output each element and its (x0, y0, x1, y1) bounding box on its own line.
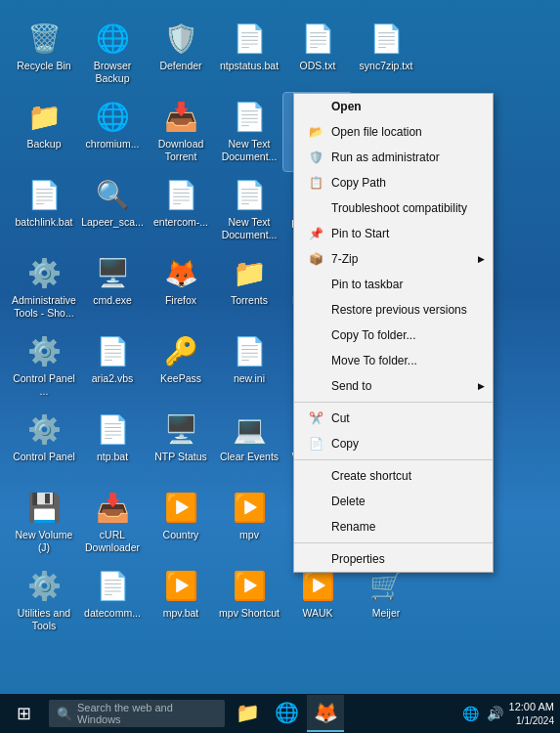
start-button[interactable]: ⊞ (0, 694, 47, 733)
cm-item-cut[interactable]: ✂️Cut (294, 406, 493, 431)
icon-label-new-volume: New Volume (J) (12, 529, 76, 553)
icon-label-download-torrent: Download Torrent (149, 138, 213, 162)
desktop-icon-ntp-bat[interactable]: 📄 ntp.bat (78, 406, 147, 484)
icon-label-utilities: Utilities and Tools (12, 607, 76, 631)
icon-label-sync7zip: sync7zip.txt (360, 60, 413, 72)
desktop-icon-sync7zip[interactable]: 📄 sync7zip.txt (352, 15, 420, 93)
icon-label-ntpstatus: ntpstatus.bat (220, 60, 279, 72)
taskbar-search[interactable]: 🔍 Search the web and Windows (49, 700, 225, 727)
cm-label-pin-to-start: Pin to Start (331, 227, 389, 240)
desktop-icon-torrents[interactable]: 📁 Torrents (215, 249, 283, 327)
cm-item-copy-path[interactable]: 📋Copy Path (294, 170, 493, 195)
cm-icon-open-file-location: 📂 (306, 124, 325, 140)
cm-item-open-file-location[interactable]: 📂Open file location (294, 119, 493, 145)
cm-item-properties[interactable]: Properties (294, 546, 493, 572)
desktop-icon-control-panel2[interactable]: ⚙️ Control Panel (10, 406, 78, 484)
icon-image-download-torrent: 📥 (161, 97, 200, 136)
desktop-icon-aria2[interactable]: 📄 aria2.vbs (78, 327, 147, 406)
cm-item-move-to[interactable]: Move To folder... (294, 348, 493, 373)
desktop-icon-entercom[interactable]: 📄 entercom-... (147, 171, 215, 249)
cm-item-copy[interactable]: 📄Copy (294, 431, 493, 456)
desktop-icon-new-text-doc1[interactable]: 📄 New Text Document... (215, 93, 283, 171)
icon-label-backup: Backup (26, 138, 61, 151)
cm-item-troubleshoot[interactable]: Troubleshoot compatibility (294, 195, 493, 221)
desktop-icon-new-volume[interactable]: 💾 New Volume (J) (10, 484, 78, 562)
icon-label-keepass: KeePass (160, 372, 201, 385)
desktop-icon-clear-events[interactable]: 💻 Clear Events (215, 406, 283, 484)
clock[interactable]: 12:00 AM 1/1/2024 (509, 700, 554, 726)
desktop-icon-lapeer[interactable]: 🔍 Lapeer_sca... (78, 171, 147, 249)
cm-item-run-as-admin[interactable]: 🛡️Run as administrator (294, 145, 493, 170)
icon-image-clear-events: 💻 (230, 410, 269, 449)
desktop-icon-ntpstatus[interactable]: 📄 ntpstatus.bat (215, 15, 283, 93)
cm-label-open-file-location: Open file location (331, 125, 422, 139)
icon-image-ntp-bat: 📄 (93, 410, 132, 449)
desktop-icon-mpv[interactable]: ▶️ mpv (215, 484, 283, 562)
network-icon[interactable]: 🌐 (460, 704, 481, 723)
desktop-icon-ods[interactable]: 📄 ODS.txt (283, 15, 352, 93)
desktop-icon-defender[interactable]: 🛡️ Defender (147, 15, 215, 93)
icon-image-mpv-shortcut: ▶️ (230, 566, 269, 605)
icon-image-batchlink: 📄 (24, 175, 64, 214)
cm-item-7zip[interactable]: 📦7-Zip (294, 246, 493, 272)
cm-item-rename[interactable]: Rename (294, 514, 493, 539)
icon-label-ntp-bat: ntp.bat (97, 451, 128, 463)
desktop-icon-download-torrent[interactable]: 📥 Download Torrent (147, 93, 215, 171)
desktop-icon-ntp-status[interactable]: 🖥️ NTP Status (147, 406, 215, 484)
cm-item-create-shortcut[interactable]: Create shortcut (294, 463, 493, 489)
desktop-icon-meijer[interactable]: 🛒 Meijer (352, 562, 420, 640)
desktop-icon-keepass[interactable]: 🔑 KeePass (147, 327, 215, 406)
cm-label-troubleshoot: Troubleshoot compatibility (331, 201, 467, 215)
desktop-icon-firefox[interactable]: 🦊 Firefox (147, 249, 215, 327)
cm-item-pin-to-start[interactable]: 📌Pin to Start (294, 221, 493, 246)
icon-label-mpv-shortcut: mpv Shortcut (219, 607, 280, 620)
desktop-icon-curl[interactable]: 📥 cURL Downloader (78, 484, 147, 562)
cm-label-move-to: Move To folder... (331, 354, 417, 367)
desktop-icon-control-panel1[interactable]: ⚙️ Control Panel ... (10, 327, 78, 406)
cm-icon-delete (306, 494, 325, 509)
desktop-icon-mpv-shortcut[interactable]: ▶️ mpv Shortcut (215, 562, 283, 640)
icon-image-mpv: ▶️ (230, 488, 269, 527)
cm-icon-send-to (306, 378, 325, 394)
desktop-icon-new-ini[interactable]: 📄 new.ini (215, 327, 283, 406)
desktop-icon-cmd[interactable]: 🖥️ cmd.exe (78, 249, 147, 327)
desktop-icon-browser-backup[interactable]: 🌐 Browser Backup (78, 15, 147, 93)
desktop-icon-recycle-bin[interactable]: 🗑️ Recycle Bin (10, 15, 78, 93)
taskbar-app-file-explorer[interactable]: 📁 (229, 695, 266, 732)
cm-item-send-to[interactable]: Send to (294, 373, 493, 399)
cm-item-delete[interactable]: Delete (294, 489, 493, 514)
desktop-icon-wauk[interactable]: ▶️ WAUK (283, 562, 352, 640)
taskbar-app-firefox-tb[interactable]: 🦊 (307, 695, 344, 732)
cm-label-copy-to: Copy To folder... (331, 328, 416, 342)
desktop-icon-batchlink[interactable]: 📄 batchlink.bat (10, 171, 78, 249)
desktop-icon-new-text-doc2[interactable]: 📄 New Text Document... (215, 171, 283, 249)
cm-label-run-as-admin: Run as administrator (331, 151, 440, 164)
cm-label-cut: Cut (331, 411, 350, 425)
cm-icon-move-to (306, 353, 325, 368)
icon-label-batchlink: batchlink.bat (16, 216, 73, 229)
icon-label-browser-backup: Browser Backup (80, 60, 145, 84)
volume-icon[interactable]: 🔊 (485, 704, 505, 723)
icon-image-cmd: 🖥️ (93, 253, 132, 292)
desktop-icon-admin-tools[interactable]: ⚙️ Administrative Tools - Sho... (10, 249, 78, 327)
desktop-icon-mpv-bat[interactable]: ▶️ mpv.bat (147, 562, 215, 640)
desktop-icon-chromium[interactable]: 🌐 chromium... (78, 93, 147, 171)
cm-icon-cut: ✂️ (306, 410, 325, 426)
cm-item-copy-to[interactable]: Copy To folder... (294, 323, 493, 348)
desktop-icon-backup[interactable]: 📁 Backup (10, 93, 78, 171)
cm-item-pin-taskbar[interactable]: Pin to taskbar (294, 272, 493, 297)
cm-label-pin-taskbar: Pin to taskbar (331, 278, 403, 291)
cm-item-open[interactable]: Open (294, 94, 493, 119)
cm-icon-pin-taskbar (306, 277, 325, 292)
desktop-icon-country[interactable]: ▶️ Country (147, 484, 215, 562)
icon-label-control-panel2: Control Panel (13, 451, 75, 463)
icon-label-entercom: entercom-... (153, 216, 208, 229)
desktop-icon-datecomm[interactable]: 📄 datecomm... (78, 562, 147, 640)
taskbar-app-edge[interactable]: 🌐 (268, 695, 305, 732)
icon-label-mpv: mpv (239, 529, 259, 541)
cm-item-restore-prev[interactable]: Restore previous versions (294, 297, 493, 323)
tray-time: 12:00 AM (509, 700, 554, 713)
cm-label-send-to: Send to (331, 379, 371, 393)
desktop-icon-utilities[interactable]: ⚙️ Utilities and Tools (10, 562, 78, 640)
icon-label-admin-tools: Administrative Tools - Sho... (12, 294, 76, 319)
